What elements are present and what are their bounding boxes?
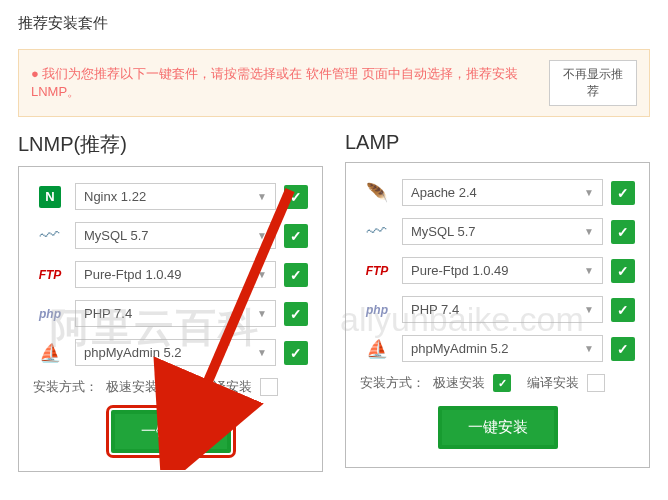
php-select[interactable]: PHP 7.4▼ xyxy=(402,296,603,323)
check-icon[interactable]: ✓ xyxy=(284,185,308,209)
compile-install-check[interactable] xyxy=(587,374,605,392)
phpmyadmin-icon: ⛵ xyxy=(33,341,67,365)
chevron-down-icon: ▼ xyxy=(257,347,267,358)
check-icon[interactable]: ✓ xyxy=(611,181,635,205)
phpmyadmin-icon: ⛵ xyxy=(360,337,394,361)
check-icon[interactable]: ✓ xyxy=(611,220,635,244)
check-icon[interactable]: ✓ xyxy=(284,263,308,287)
lamp-row-ftp: FTPPure-Ftpd 1.0.49▼✓ xyxy=(360,257,635,284)
lnmp-row-mysql: 〰MySQL 5.7▼✓ xyxy=(33,222,308,249)
lnmp-install-button[interactable]: 一键安装 xyxy=(111,410,231,453)
mysql-select[interactable]: MySQL 5.7▼ xyxy=(75,222,276,249)
lamp-row-apache: 🪶Apache 2.4▼✓ xyxy=(360,179,635,206)
lnmp-title: LNMP(推荐) xyxy=(18,131,323,158)
lamp-row-pma: ⛵phpMyAdmin 5.2▼✓ xyxy=(360,335,635,362)
chevron-down-icon: ▼ xyxy=(584,265,594,276)
chevron-down-icon: ▼ xyxy=(584,187,594,198)
lamp-stack: LAMP 🪶Apache 2.4▼✓ 〰MySQL 5.7▼✓ FTPPure-… xyxy=(345,131,650,472)
check-icon[interactable]: ✓ xyxy=(284,341,308,365)
nginx-select[interactable]: Nginx 1.22▼ xyxy=(75,183,276,210)
lnmp-row-php: phpPHP 7.4▼✓ xyxy=(33,300,308,327)
chevron-down-icon: ▼ xyxy=(257,308,267,319)
lamp-install-button[interactable]: 一键安装 xyxy=(438,406,558,449)
pma-select[interactable]: phpMyAdmin 5.2▼ xyxy=(402,335,603,362)
apache-icon: 🪶 xyxy=(360,181,394,205)
apache-select[interactable]: Apache 2.4▼ xyxy=(402,179,603,206)
php-select[interactable]: PHP 7.4▼ xyxy=(75,300,276,327)
chevron-down-icon: ▼ xyxy=(257,230,267,241)
fast-install-check[interactable]: ✓ xyxy=(493,374,511,392)
lnmp-row-nginx: NNginx 1.22▼✓ xyxy=(33,183,308,210)
chevron-down-icon: ▼ xyxy=(257,191,267,202)
check-icon[interactable]: ✓ xyxy=(284,302,308,326)
software-mgmt-link[interactable]: 软件管理 xyxy=(306,66,358,81)
mysql-icon: 〰 xyxy=(33,224,67,248)
mysql-select[interactable]: MySQL 5.7▼ xyxy=(402,218,603,245)
php-icon: php xyxy=(360,298,394,322)
modal-title: 推荐安装套件 xyxy=(18,14,650,33)
php-icon: php xyxy=(33,302,67,326)
lnmp-stack: LNMP(推荐) NNginx 1.22▼✓ 〰MySQL 5.7▼✓ FTPP… xyxy=(18,131,323,472)
pma-select[interactable]: phpMyAdmin 5.2▼ xyxy=(75,339,276,366)
lamp-title: LAMP xyxy=(345,131,650,154)
lamp-install-mode: 安装方式： 极速安装✓ 编译安装 xyxy=(360,374,635,392)
dismiss-recommend-button[interactable]: 不再显示推荐 xyxy=(549,60,637,106)
lnmp-install-mode: 安装方式： 极速安装✓ 编译安装 xyxy=(33,378,308,396)
lnmp-box: NNginx 1.22▼✓ 〰MySQL 5.7▼✓ FTPPure-Ftpd … xyxy=(18,166,323,472)
chevron-down-icon: ▼ xyxy=(584,226,594,237)
chevron-down-icon: ▼ xyxy=(257,269,267,280)
ftp-icon: FTP xyxy=(33,263,67,287)
lnmp-row-ftp: FTPPure-Ftpd 1.0.49▼✓ xyxy=(33,261,308,288)
check-icon[interactable]: ✓ xyxy=(284,224,308,248)
alert-text: ● 我们为您推荐以下一键套件，请按需选择或在 软件管理 页面中自动选择，推荐安装… xyxy=(31,65,549,101)
chevron-down-icon: ▼ xyxy=(584,343,594,354)
ftp-icon: FTP xyxy=(360,259,394,283)
nginx-icon: N xyxy=(33,185,67,209)
recommend-alert: ● 我们为您推荐以下一键套件，请按需选择或在 软件管理 页面中自动选择，推荐安装… xyxy=(18,49,650,117)
fast-install-check[interactable]: ✓ xyxy=(166,378,184,396)
lamp-box: 🪶Apache 2.4▼✓ 〰MySQL 5.7▼✓ FTPPure-Ftpd … xyxy=(345,162,650,468)
ftp-select[interactable]: Pure-Ftpd 1.0.49▼ xyxy=(75,261,276,288)
mysql-icon: 〰 xyxy=(360,220,394,244)
ftp-select[interactable]: Pure-Ftpd 1.0.49▼ xyxy=(402,257,603,284)
chevron-down-icon: ▼ xyxy=(584,304,594,315)
check-icon[interactable]: ✓ xyxy=(611,337,635,361)
check-icon[interactable]: ✓ xyxy=(611,259,635,283)
lamp-row-mysql: 〰MySQL 5.7▼✓ xyxy=(360,218,635,245)
compile-install-check[interactable] xyxy=(260,378,278,396)
lnmp-row-pma: ⛵phpMyAdmin 5.2▼✓ xyxy=(33,339,308,366)
check-icon[interactable]: ✓ xyxy=(611,298,635,322)
lamp-row-php: phpPHP 7.4▼✓ xyxy=(360,296,635,323)
